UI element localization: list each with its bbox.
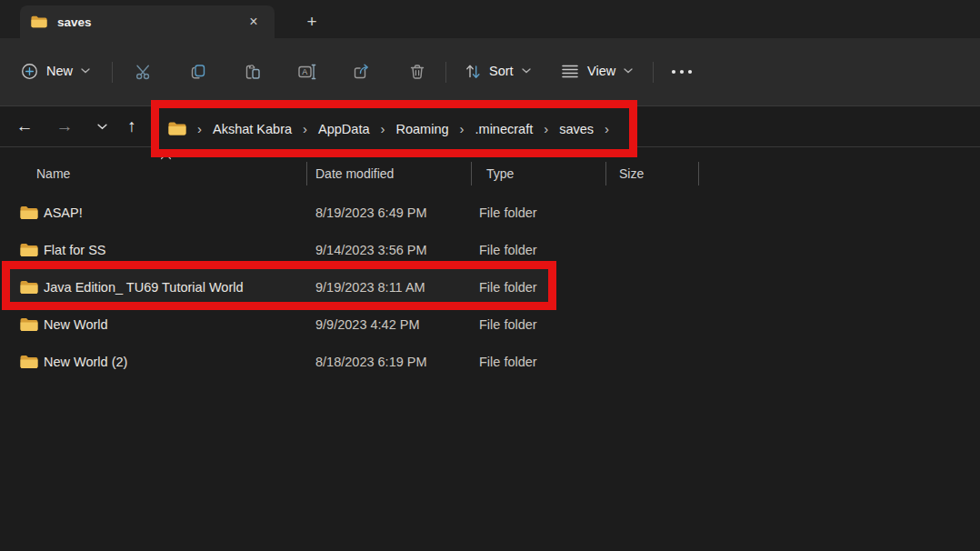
breadcrumb-item[interactable]: Akshat Kabra — [213, 122, 292, 136]
file-row[interactable]: New World (2) 8/18/2023 6:19 PM File fol… — [0, 343, 980, 380]
delete-button[interactable] — [400, 56, 435, 87]
file-name: Java Edition_ TU69 Tutorial World — [44, 280, 244, 295]
column-divider[interactable] — [471, 162, 472, 185]
breadcrumb-item[interactable]: saves — [559, 122, 594, 136]
address-bar[interactable]: › Akshat Kabra › AppData › Roaming › .mi… — [168, 121, 609, 136]
toolbar-separator — [653, 62, 654, 83]
plus-circle-icon — [21, 63, 38, 80]
breadcrumb-items: Akshat Kabra › AppData › Roaming › .mine… — [213, 121, 609, 136]
chevron-right-icon: › — [197, 121, 202, 136]
breadcrumb-segment: .minecraft › — [475, 121, 549, 136]
scissors-icon — [135, 63, 153, 81]
file-type: File folder — [479, 205, 537, 220]
file-type: File folder — [479, 355, 537, 369]
breadcrumb-segment: saves › — [559, 121, 609, 136]
breadcrumb-segment: AppData › — [318, 121, 385, 136]
svg-text:A: A — [302, 67, 307, 76]
file-list: ASAP! 8/19/2023 6:49 PM File folder Flat… — [0, 194, 980, 380]
column-divider[interactable] — [605, 162, 606, 185]
copy-button[interactable] — [181, 56, 215, 87]
new-button-label: New — [46, 64, 73, 78]
file-explorer-window: saves × + New — [0, 0, 980, 551]
sort-button[interactable]: Sort — [456, 51, 539, 91]
file-name: New World — [44, 317, 108, 332]
cut-button[interactable] — [126, 56, 161, 87]
share-icon — [353, 63, 371, 81]
toolbar-separator — [445, 62, 446, 83]
close-tab-icon[interactable]: × — [242, 11, 265, 33]
chevron-right-icon: › — [381, 121, 385, 136]
file-date: 8/18/2023 6:19 PM — [315, 355, 427, 369]
breadcrumb-item[interactable]: Roaming — [396, 122, 449, 136]
up-button[interactable]: ↑ — [117, 112, 146, 141]
paste-button[interactable] — [235, 56, 270, 87]
view-list-icon — [561, 64, 579, 79]
breadcrumb-item[interactable]: AppData — [318, 122, 369, 136]
breadcrumb-item[interactable]: .minecraft — [475, 122, 534, 136]
chevron-down-icon — [624, 68, 633, 74]
file-date: 9/19/2023 8:11 AM — [315, 280, 425, 295]
row-folder-icon — [20, 317, 38, 331]
breadcrumb-segment: Roaming › — [396, 121, 465, 136]
view-button[interactable]: View — [553, 51, 641, 91]
column-header-date-modified[interactable]: Date modified — [315, 160, 394, 187]
share-button[interactable] — [345, 56, 379, 87]
row-folder-icon — [20, 205, 38, 219]
chevron-right-icon: › — [544, 121, 548, 136]
row-folder-icon — [20, 243, 38, 256]
file-date: 9/9/2023 4:42 PM — [315, 317, 419, 332]
file-type: File folder — [479, 280, 537, 295]
chevron-down-icon — [97, 124, 107, 130]
rename-button[interactable]: A — [290, 56, 325, 87]
paste-icon — [244, 63, 262, 81]
folder-icon — [31, 15, 47, 28]
command-bar: New — [0, 38, 980, 106]
trash-icon — [408, 63, 426, 81]
folder-icon — [168, 122, 186, 135]
new-tab-button[interactable]: + — [298, 9, 325, 35]
file-name: ASAP! — [44, 205, 83, 220]
breadcrumb-segment: Akshat Kabra › — [213, 121, 307, 136]
file-type: File folder — [479, 317, 537, 332]
back-button[interactable]: ← — [10, 112, 39, 141]
highlight-box-address-bar: › Akshat Kabra › AppData › Roaming › .mi… — [151, 100, 637, 157]
tab-title: saves — [57, 15, 242, 29]
file-row[interactable]: New World 9/9/2023 4:42 PM File folder — [0, 306, 980, 343]
chevron-right-icon: › — [303, 121, 307, 136]
column-header-name[interactable]: Name — [36, 160, 70, 187]
row-folder-icon — [20, 280, 38, 294]
sort-icon — [465, 63, 481, 80]
file-name: New World (2) — [44, 355, 127, 369]
chevron-right-icon: › — [460, 121, 465, 136]
column-divider[interactable] — [306, 162, 307, 185]
column-header-size[interactable]: Size — [619, 160, 644, 187]
toolbar-separator — [112, 62, 113, 83]
file-date: 9/14/2023 3:56 PM — [315, 243, 427, 257]
new-button[interactable]: New — [13, 51, 98, 91]
recent-locations-button[interactable] — [87, 112, 116, 141]
sort-button-label: Sort — [489, 64, 514, 78]
view-button-label: View — [587, 64, 615, 78]
chevron-down-icon — [522, 68, 531, 74]
file-type: File folder — [479, 243, 537, 257]
file-row[interactable]: ASAP! 8/19/2023 6:49 PM File folder — [0, 194, 980, 231]
file-row[interactable]: Java Edition_ TU69 Tutorial World 9/19/2… — [0, 268, 980, 306]
chevron-right-icon: › — [605, 121, 609, 136]
row-folder-icon — [20, 355, 38, 368]
more-options-button[interactable] — [665, 56, 699, 87]
column-header-row: Name Date modified Type Size — [0, 160, 980, 187]
file-name: Flat for SS — [44, 243, 106, 257]
ellipsis-icon — [670, 69, 694, 75]
file-row[interactable]: Flat for SS 9/14/2023 3:56 PM File folde… — [0, 231, 980, 268]
copy-icon — [189, 63, 207, 81]
file-date: 8/19/2023 6:49 PM — [315, 205, 427, 220]
tab-saves[interactable]: saves × — [20, 5, 275, 38]
forward-button[interactable]: → — [50, 112, 79, 141]
column-divider[interactable] — [698, 162, 699, 185]
rename-icon: A — [297, 63, 317, 81]
chevron-down-icon — [81, 68, 90, 74]
tab-strip: saves × + — [0, 0, 980, 38]
column-header-type[interactable]: Type — [486, 160, 514, 187]
